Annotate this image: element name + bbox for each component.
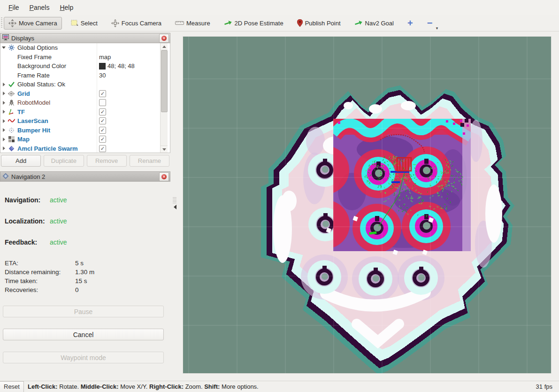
tool-measure[interactable]: Measure [170,17,215,29]
display-value[interactable] [99,99,106,106]
measure-icon [175,21,184,25]
expander-icon[interactable] [0,46,7,49]
display-row-laserscan[interactable]: LaserScan✓ [0,116,170,126]
display-row-tf[interactable]: TF✓ [0,108,170,117]
menu-accel: H [60,4,64,11]
tool-label: Select [81,20,98,27]
displays-tree: Global OptionsFixed FramemapBackground C… [0,43,170,153]
pause-button: Pause [3,306,164,317]
display-row-background-color[interactable]: Background Color48; 48; 48 [0,61,170,71]
enabled-checkbox[interactable]: ✓ [99,90,106,97]
grip-dots-icon [173,197,176,204]
reset-button[interactable]: Reset [0,381,24,392]
displays-panel-header[interactable]: Displays ✕ [0,33,170,43]
add-tool-button[interactable]: + [403,18,418,29]
tool-2d-pose-estimate[interactable]: 2D Pose Estimate [219,17,288,29]
remove-tool-button[interactable]: −▾ [422,18,437,29]
displays-close-button[interactable]: ✕ [159,34,169,43]
displays-action-buttons: AddDuplicateRemoveRename [1,155,169,167]
display-value[interactable]: ✓ [99,136,106,143]
display-label: Amcl Particle Swarm [17,145,78,152]
publish-point-icon [297,19,303,27]
tool-nav2-goal[interactable]: Nav2 Goal [350,17,398,29]
menu-item-help[interactable]: Help [55,2,79,13]
move-camera-icon [8,19,16,27]
status-value: active [50,217,67,225]
nav2-panel-header[interactable]: Navigation 2 ✕ [0,171,170,182]
menu-item-file[interactable]: File [4,2,25,13]
nav2-panel-body: Navigation:activeLocalization:activeFeed… [0,182,170,379]
status-label: Navigation: [5,196,50,204]
tool-publish-point[interactable]: Publish Point [292,17,345,29]
nav2-close-button[interactable]: ✕ [159,172,169,181]
mouse-help-text: Left-Click: Rotate. Middle-Click: Move X… [28,383,259,390]
expander-icon[interactable] [0,119,7,123]
expander-icon[interactable] [0,92,7,95]
scrollbar-thumb[interactable] [161,50,168,112]
expander-icon[interactable] [0,128,7,132]
scroll-up-button[interactable] [161,43,168,50]
duplicate-button: Duplicate [44,155,84,167]
menu-bar: FilePanelsHelp [0,0,559,15]
value-text[interactable]: map [99,54,111,61]
displays-scrollbar[interactable] [160,43,168,153]
display-value[interactable]: ✓ [99,145,106,152]
expander-triangle [2,46,6,49]
tool-label: Measure [186,20,210,27]
stat-label: Recoveries: [5,286,75,293]
display-row-robotmodel[interactable]: RobotModel [0,98,170,108]
display-row-global-status-ok[interactable]: Global Status: Ok [0,80,170,89]
status-label: Feedback: [5,238,50,246]
expander-icon[interactable] [0,101,7,105]
robot-icon [7,100,15,106]
help-text-seg: Rotate. [58,383,81,390]
display-row-frame-rate[interactable]: Frame Rate30 [0,71,170,80]
scroll-down-button[interactable] [161,146,168,153]
display-row-amcl-particle-swarm[interactable]: Amcl Particle Swarm✓ [0,144,170,154]
tool-select[interactable]: Select [66,17,102,29]
displays-panel-title: Displays [11,35,159,42]
render-viewport[interactable] [183,37,551,373]
nav2-panel-title: Navigation 2 [11,173,159,180]
status-value: active [50,238,67,246]
enabled-checkbox[interactable] [99,99,106,106]
enabled-checkbox[interactable]: ✓ [99,108,106,115]
color-swatch[interactable] [99,63,106,69]
menu-item-panels[interactable]: Panels [25,2,55,13]
display-label: Map [17,136,30,143]
tool-move-camera[interactable]: Move Camera [4,17,62,30]
display-row-fixed-frame[interactable]: Fixed Framemap [0,53,170,62]
display-value[interactable]: ✓ [99,127,106,134]
expander-icon[interactable] [0,146,7,150]
toolbar-drag-handle[interactable] [1,17,2,29]
cancel-button[interactable]: Cancel [3,329,164,340]
icon-spacer [7,72,15,78]
expander-icon[interactable] [0,110,7,114]
status-label: Localization: [5,217,50,225]
display-row-global-options[interactable]: Global Options [0,43,170,53]
value-text[interactable]: 30 [99,72,106,79]
tool-focus-camera[interactable]: Focus Camera [107,17,166,30]
display-row-bumper-hit[interactable]: Bumper Hit✓ [0,126,170,135]
display-value[interactable]: ✓ [99,117,106,124]
add-button[interactable]: Add [1,155,41,167]
expander-icon[interactable] [0,83,7,86]
select-icon [71,20,78,26]
enabled-checkbox[interactable]: ✓ [99,136,106,143]
help-bold: Shift: [204,383,220,390]
focus-camera-icon [111,19,119,27]
enabled-checkbox[interactable]: ✓ [99,117,106,124]
robot-footprint [397,158,411,171]
enabled-checkbox[interactable]: ✓ [99,127,106,134]
enabled-checkbox[interactable]: ✓ [99,145,106,152]
expander-icon[interactable] [0,138,7,141]
display-value[interactable]: ✓ [99,90,106,97]
stat-value: 15 s [75,277,87,284]
display-row-grid[interactable]: Grid✓ [0,89,170,99]
panel-collapse-handle[interactable] [172,197,179,213]
display-value[interactable]: ✓ [99,108,106,115]
stat-label: Time taken: [5,277,75,284]
tool-label: Focus Camera [122,20,161,27]
stat-value: 5 s [75,260,84,267]
display-row-map[interactable]: Map✓ [0,135,170,144]
